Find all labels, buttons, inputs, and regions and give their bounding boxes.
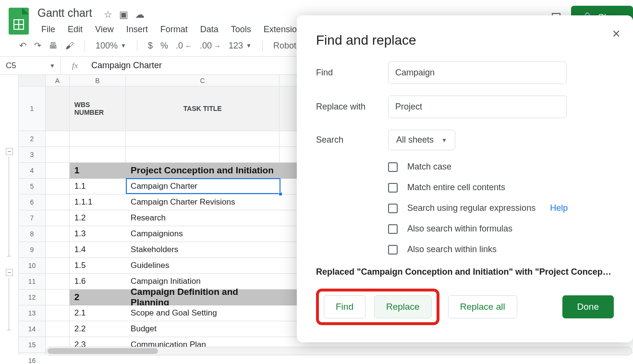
replace-input[interactable] [388,96,567,118]
column-header[interactable]: A [46,75,70,86]
row-header[interactable]: 5 [19,179,45,194]
move-folder-icon[interactable]: ▣ [119,9,128,20]
cell[interactable] [46,131,70,147]
cell-title[interactable]: Campaign Definition and Planning [126,290,280,305]
cell-wbs[interactable] [70,147,126,163]
column-header[interactable]: C [126,75,280,86]
group-collapse-button[interactable]: − [6,148,13,155]
cell-wbs[interactable]: 1.6 [70,274,126,290]
select-all-corner[interactable] [19,75,45,86]
checkbox-input[interactable] [388,162,398,172]
menu-edit[interactable]: Edit [63,24,87,36]
cell-title[interactable]: Campaign Charter Revisions [126,194,280,210]
cell[interactable] [46,305,70,321]
cell-title[interactable] [126,131,280,147]
document-title[interactable]: Gantt chart [37,5,93,22]
cell-title[interactable]: TASK TITLE [126,86,280,131]
cell[interactable] [46,321,70,337]
cell[interactable] [46,274,70,290]
cell-wbs[interactable]: 1.1.1 [70,194,126,210]
cell-title[interactable]: Campaign Charter [126,179,280,194]
replace-button[interactable]: Replace [374,295,432,318]
cell-title[interactable]: Project Conception and Initiation [126,163,280,179]
regex-checkbox[interactable]: Search using regular expressionsHelp [388,203,614,213]
cell-title[interactable]: Scope and Goal Setting [126,305,280,321]
cell-wbs[interactable]: 1.5 [70,258,126,274]
cell-title[interactable]: Research [126,210,280,226]
cell[interactable] [46,290,70,305]
cell-wbs[interactable]: WBS NUMBER [70,86,126,131]
cell-wbs[interactable]: 1.4 [70,242,126,258]
menu-format[interactable]: Format [156,24,193,36]
menu-tools[interactable]: Tools [226,24,256,36]
cloud-status-icon[interactable]: ☁ [135,9,145,20]
cell[interactable] [46,147,70,163]
cell[interactable] [46,194,70,210]
star-icon[interactable]: ☆ [104,9,112,20]
cell-wbs[interactable]: 1 [70,163,126,179]
column-header[interactable]: B [70,75,126,86]
zoom-select[interactable]: 100%▼ [94,39,128,53]
percent-format-button[interactable]: % [158,39,170,53]
match-entire-cell-checkbox[interactable]: Match entire cell contents [388,182,614,193]
group-collapse-button[interactable]: − [6,269,13,276]
undo-button[interactable]: ↶ [17,38,28,53]
menu-insert[interactable]: Insert [122,24,153,36]
number-format-select[interactable]: 123▼ [227,39,254,53]
checkbox-input[interactable] [388,204,398,213]
increase-decimal-button[interactable]: .00→ [198,39,223,53]
row-header[interactable]: 9 [19,242,45,258]
menu-file[interactable]: File [37,24,60,36]
row-header[interactable]: 6 [19,194,45,210]
cell[interactable] [46,163,70,179]
row-header[interactable]: 7 [19,210,45,226]
menu-view[interactable]: View [90,24,119,36]
row-header[interactable]: 1 [19,86,45,131]
search-formulas-checkbox[interactable]: Also search within formulas [388,224,614,234]
find-input[interactable] [388,61,567,84]
replace-all-button[interactable]: Replace all [448,295,517,318]
cell[interactable] [46,226,70,242]
cell-wbs[interactable]: 2 [70,290,126,305]
horizontal-scrollbar[interactable] [46,347,632,355]
row-header[interactable]: 12 [19,290,45,305]
scrollbar-thumb[interactable] [48,348,158,354]
checkbox-input[interactable] [388,183,398,193]
cell[interactable] [46,210,70,226]
cell-wbs[interactable]: 1.3 [70,226,126,242]
close-icon[interactable]: ✕ [612,28,621,40]
cell[interactable] [46,258,70,274]
print-button[interactable]: 🖶 [47,39,60,53]
cell-wbs[interactable]: 2.2 [70,321,126,337]
row-header[interactable]: 11 [19,274,45,290]
row-header[interactable]: 8 [19,226,45,242]
name-box[interactable]: C5 ▼ [0,57,61,74]
cell[interactable] [46,179,70,194]
row-header[interactable]: 15 [19,337,45,353]
currency-format-button[interactable]: $ [146,39,155,53]
done-button[interactable]: Done [562,295,614,318]
row-header[interactable]: 3 [19,147,45,163]
cell[interactable] [46,86,70,131]
row-header[interactable]: 13 [19,305,45,321]
paint-format-button[interactable]: 🖌 [63,39,76,53]
match-case-checkbox[interactable]: Match case [388,162,614,172]
fill-handle[interactable] [279,192,282,196]
row-header[interactable]: 14 [19,321,45,337]
cell-wbs[interactable]: 2.1 [70,305,126,321]
cell-title[interactable]: Stakeholders [126,242,280,258]
row-header[interactable]: 4 [19,163,45,179]
search-links-checkbox[interactable]: Also search within links [388,244,614,255]
cell-title[interactable] [126,147,280,163]
cell-wbs[interactable]: 1.1 [70,179,126,194]
find-button[interactable]: Find [324,295,365,318]
cell-title[interactable]: Campaignions [126,226,280,242]
redo-button[interactable]: ↷ [32,38,43,53]
menu-data[interactable]: Data [195,24,223,36]
row-header[interactable]: 2 [19,131,45,147]
cell-wbs[interactable]: 1.2 [70,210,126,226]
cell-title[interactable]: Budget [126,321,280,337]
cell[interactable] [46,242,70,258]
checkbox-input[interactable] [388,245,398,255]
search-scope-select[interactable]: All sheets ▼ [388,130,455,150]
